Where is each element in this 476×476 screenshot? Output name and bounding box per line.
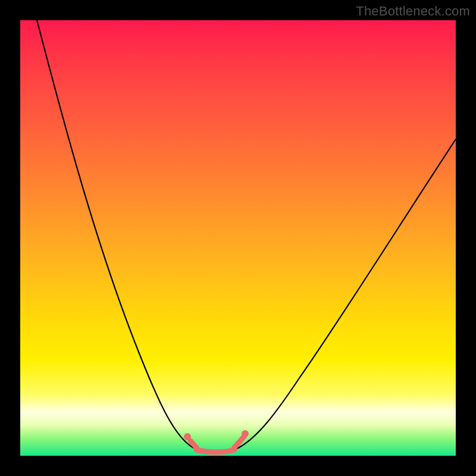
flat-dot-right [242,430,249,437]
curve-right-ascent [239,139,456,447]
curve-left-descent [37,20,193,447]
plot-area [20,20,456,456]
outer-frame: TheBottleneck.com [0,0,476,476]
flat-zone-marker [184,430,249,452]
watermark-text: TheBottleneck.com [356,4,470,19]
bottleneck-curve [20,20,456,456]
flat-seg-main [196,450,234,452]
